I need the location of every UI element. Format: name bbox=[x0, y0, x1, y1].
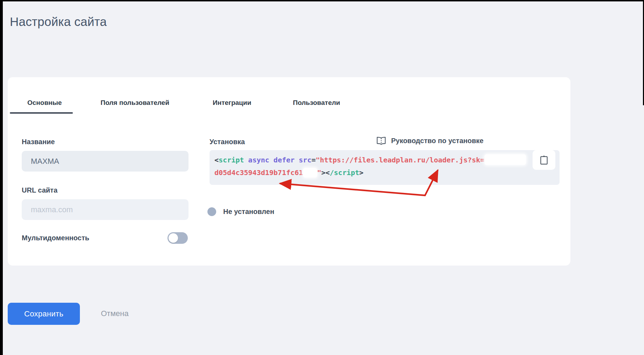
redacted-key-overlay bbox=[303, 168, 317, 178]
code-line-1: <script async defer src="https://files.l… bbox=[214, 154, 560, 166]
code-token: d05d4c35943d19b71fc61 bbox=[214, 168, 303, 177]
site-name-input[interactable] bbox=[22, 151, 189, 172]
code-token: > bbox=[359, 168, 363, 177]
name-field-label: Название bbox=[22, 138, 55, 146]
install-status: Не установлен bbox=[207, 207, 274, 216]
install-guide-label: Руководство по установке bbox=[391, 137, 484, 145]
code-token: async defer src bbox=[244, 156, 311, 164]
active-tab-underline bbox=[10, 112, 73, 114]
multidomain-toggle[interactable] bbox=[167, 232, 188, 244]
code-token: "https://files.leadplan.ru/loader.js?sk= bbox=[316, 156, 485, 164]
status-label: Не установлен bbox=[223, 208, 274, 216]
code-token: >< bbox=[321, 168, 330, 177]
open-book-icon bbox=[376, 136, 386, 146]
tab-main[interactable]: Основные bbox=[27, 99, 62, 107]
copy-code-button[interactable] bbox=[533, 150, 555, 170]
save-button[interactable]: Сохранить bbox=[8, 303, 80, 325]
install-guide-link[interactable]: Руководство по установке bbox=[376, 136, 484, 146]
redacted-key-overlay bbox=[485, 154, 526, 165]
settings-card: Основные Поля пользователей Интеграции П… bbox=[8, 77, 570, 266]
multidomain-label: Мультидоменность bbox=[22, 234, 89, 242]
screen-edge-left bbox=[0, 0, 3, 355]
code-token: " bbox=[317, 168, 321, 177]
page-title: Настройка сайта bbox=[10, 15, 107, 29]
status-dot-icon bbox=[207, 207, 216, 216]
cancel-button[interactable]: Отмена bbox=[101, 309, 129, 318]
code-token: < bbox=[214, 156, 219, 164]
code-token: = bbox=[311, 156, 316, 164]
code-token: /script bbox=[330, 168, 359, 177]
toggle-knob bbox=[169, 233, 178, 243]
tab-users[interactable]: Пользователи bbox=[293, 99, 340, 107]
install-label: Установка bbox=[210, 138, 245, 146]
code-line-2: d05d4c35943d19b71fc61"></script> bbox=[214, 166, 560, 179]
tab-integrations[interactable]: Интеграции bbox=[213, 99, 251, 107]
site-url-input[interactable] bbox=[22, 199, 189, 220]
clipboard-icon bbox=[539, 155, 549, 165]
install-code-snippet: <script async defer src="https://files.l… bbox=[210, 150, 560, 185]
code-token: script bbox=[219, 156, 244, 164]
url-field-label: URL сайта bbox=[22, 186, 57, 194]
tab-user-fields[interactable]: Поля пользователей bbox=[101, 99, 169, 107]
screen-edge-top bbox=[0, 0, 644, 1]
